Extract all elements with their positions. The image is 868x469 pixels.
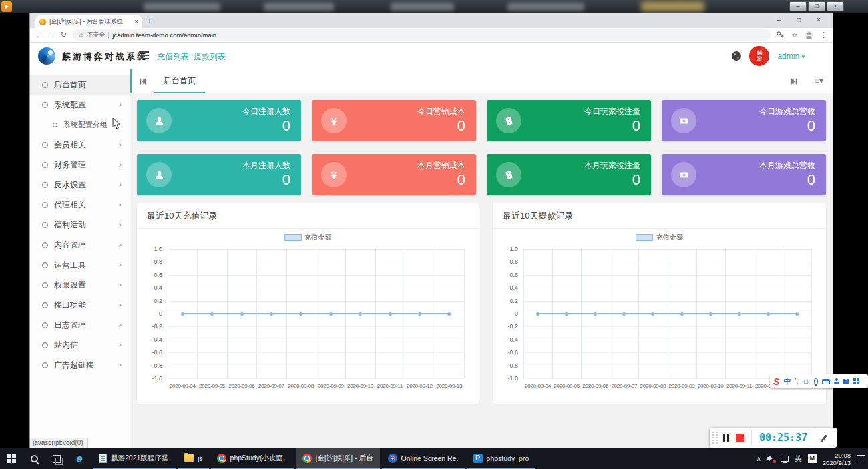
browser-close-button[interactable]: × bbox=[809, 13, 829, 27]
data-point[interactable] bbox=[418, 312, 421, 316]
sogou-logo-icon[interactable]: S bbox=[773, 376, 779, 387]
network-icon[interactable] bbox=[781, 456, 789, 462]
data-point[interactable] bbox=[329, 312, 333, 316]
tab-close-icon[interactable]: × bbox=[134, 18, 138, 25]
data-point[interactable] bbox=[680, 312, 684, 316]
taskbar-app-0[interactable]: 麒游2021版程序搭... bbox=[93, 448, 176, 469]
data-point[interactable] bbox=[594, 312, 597, 316]
sidebar-item-3[interactable]: 会员相关› bbox=[30, 135, 130, 155]
volume-icon[interactable] bbox=[767, 456, 775, 462]
sidebar-item-8[interactable]: 内容管理› bbox=[30, 235, 130, 255]
data-point[interactable] bbox=[181, 312, 184, 316]
taskbar-app-3[interactable]: |金|沙|娱|乐| - 后台... bbox=[296, 448, 380, 469]
stat-card-6[interactable]: 本月玩家投注量0 bbox=[487, 154, 651, 195]
user-menu[interactable]: admin ▾ bbox=[777, 51, 805, 61]
search-icon[interactable] bbox=[23, 448, 45, 469]
stat-card-1[interactable]: ¥今日营销成本0 bbox=[312, 100, 476, 141]
ie-icon[interactable]: e bbox=[68, 448, 91, 469]
taskbar-app-5[interactable]: Pphpstudy_pro bbox=[467, 448, 535, 469]
security-label[interactable]: 不安全 bbox=[87, 31, 105, 39]
browser-menu-icon[interactable]: ⋮ bbox=[820, 31, 827, 39]
data-point[interactable] bbox=[795, 312, 799, 316]
stat-card-2[interactable]: 今日玩家投注量0 bbox=[487, 100, 651, 141]
scroll-tabs-right-icon[interactable] bbox=[789, 77, 798, 86]
chart-legend[interactable]: 充值金额 bbox=[144, 233, 472, 242]
data-point[interactable] bbox=[565, 312, 568, 316]
sidebar-item-11[interactable]: 接口功能› bbox=[30, 295, 130, 315]
stat-card-0[interactable]: 今日注册人数0 bbox=[137, 100, 301, 141]
emoji-icon[interactable]: ☺ bbox=[802, 378, 809, 386]
player-app-icon[interactable] bbox=[1, 1, 12, 12]
data-point[interactable] bbox=[270, 312, 273, 316]
chart-legend[interactable]: 充值金额 bbox=[499, 233, 819, 242]
close-button[interactable]: × bbox=[827, 1, 844, 11]
sidebar-item-4[interactable]: 财务管理› bbox=[30, 155, 130, 175]
scroll-tabs-left-icon[interactable] bbox=[139, 77, 148, 86]
url-field[interactable]: ⚠ 不安全 jcadmin.team-demo.com/admin/main bbox=[72, 29, 771, 41]
data-point[interactable] bbox=[240, 312, 244, 316]
skin-icon[interactable] bbox=[843, 379, 849, 384]
nav-link-recharge-list[interactable]: 充值列表 bbox=[157, 51, 189, 63]
chinese-mode-icon[interactable]: 中 bbox=[783, 376, 791, 386]
tab-dashboard[interactable]: 后台首页 bbox=[154, 69, 205, 93]
data-point[interactable] bbox=[299, 312, 302, 316]
data-point[interactable] bbox=[738, 312, 741, 316]
browser-minimize-button[interactable]: – bbox=[769, 13, 789, 27]
collapse-menu-icon[interactable] bbox=[139, 51, 149, 59]
stat-card-7[interactable]: 本月游戏总营收0 bbox=[662, 154, 826, 195]
nav-link-withdraw-list[interactable]: 提款列表 bbox=[194, 51, 226, 63]
input-language-indicator[interactable]: 英 bbox=[795, 454, 802, 464]
drag-handle[interactable] bbox=[712, 432, 718, 444]
key-icon[interactable] bbox=[776, 31, 785, 39]
toolbox-icon[interactable] bbox=[853, 378, 859, 384]
account-icon[interactable] bbox=[834, 378, 839, 384]
url-text[interactable]: jcadmin.team-demo.com/admin/main bbox=[112, 31, 216, 39]
sidebar-item-5[interactable]: 反水设置› bbox=[30, 175, 130, 195]
microphone-icon[interactable] bbox=[814, 378, 818, 384]
back-icon[interactable]: ← bbox=[35, 31, 43, 39]
punctuation-icon[interactable]: ’, bbox=[795, 378, 798, 385]
keyboard-icon[interactable] bbox=[822, 379, 830, 384]
data-point[interactable] bbox=[359, 312, 362, 316]
taskbar-app-1[interactable]: js bbox=[178, 448, 209, 469]
data-point[interactable] bbox=[447, 312, 451, 316]
tab-options-icon[interactable]: ≡▾ bbox=[815, 76, 823, 85]
sidebar-item-12[interactable]: 日志管理› bbox=[30, 315, 130, 335]
data-point[interactable] bbox=[389, 312, 392, 316]
sidebar-item-7[interactable]: 福利活动› bbox=[30, 215, 130, 235]
pause-button[interactable] bbox=[723, 434, 729, 442]
stat-card-3[interactable]: 今日游戏总营收0 bbox=[662, 100, 826, 141]
user-avatar[interactable]: 麒 游 bbox=[749, 46, 769, 66]
minimize-button[interactable]: – bbox=[789, 1, 807, 11]
theme-palette-icon[interactable] bbox=[732, 51, 741, 61]
forward-icon[interactable]: → bbox=[48, 31, 55, 39]
browser-tab[interactable]: |金|沙|娱|乐| - 后台管理系统 × bbox=[35, 15, 142, 28]
taskbar-app-4[interactable]: Online Screen Re... bbox=[382, 448, 465, 469]
sidebar-item-0[interactable]: 后台首页 bbox=[30, 75, 130, 95]
sidebar-item-14[interactable]: 广告超链接› bbox=[30, 355, 130, 375]
new-tab-button[interactable]: + bbox=[142, 15, 157, 28]
data-point[interactable] bbox=[709, 312, 712, 316]
reload-icon[interactable]: ↻ bbox=[61, 31, 67, 39]
stat-card-5[interactable]: ¥本月营销成本0 bbox=[312, 154, 476, 195]
sidebar-item-9[interactable]: 运营工具› bbox=[30, 255, 130, 275]
clock[interactable]: 20:08 2020/9/13 bbox=[823, 452, 851, 466]
profile-icon[interactable] bbox=[805, 31, 813, 39]
sidebar-item-10[interactable]: 权限设置› bbox=[30, 275, 130, 295]
task-view-icon[interactable] bbox=[45, 448, 68, 469]
tray-expand-icon[interactable]: ∧ bbox=[756, 455, 761, 462]
data-point[interactable] bbox=[536, 312, 539, 316]
data-point[interactable] bbox=[622, 312, 626, 316]
data-point[interactable] bbox=[767, 312, 770, 316]
stop-button[interactable] bbox=[736, 434, 744, 442]
sidebar-item-1[interactable]: 系统配置› bbox=[30, 95, 130, 115]
stat-card-4[interactable]: 本月注册人数0 bbox=[137, 154, 301, 195]
pen-tool-icon[interactable] bbox=[821, 433, 831, 442]
maximize-button[interactable]: □ bbox=[808, 1, 825, 11]
data-point[interactable] bbox=[210, 312, 214, 316]
ime-status-icon[interactable]: M bbox=[808, 454, 817, 463]
sidebar-item-13[interactable]: 站内信› bbox=[30, 335, 130, 355]
taskbar-app-2[interactable]: phpStudy(小皮面... bbox=[211, 448, 294, 469]
start-button[interactable] bbox=[0, 448, 23, 469]
browser-maximize-button[interactable]: □ bbox=[789, 13, 809, 27]
